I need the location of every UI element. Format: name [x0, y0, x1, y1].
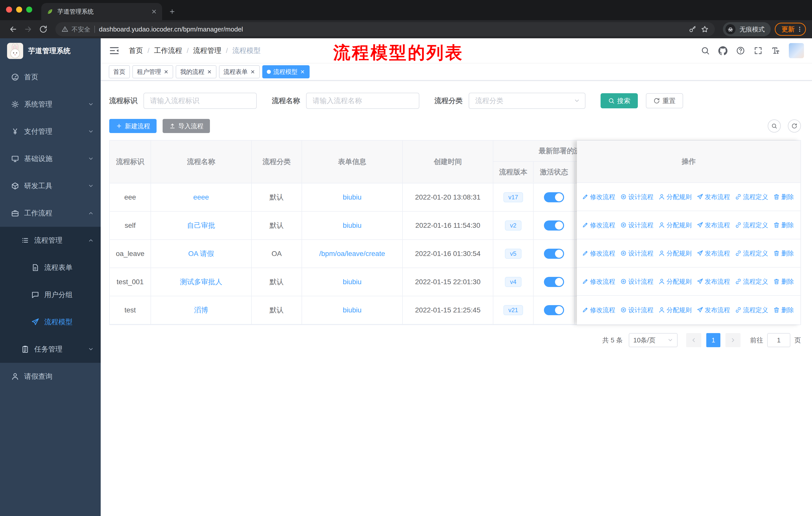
- window-close-button[interactable]: [6, 6, 12, 12]
- sidebar-item-process-form[interactable]: 流程表单: [0, 254, 101, 281]
- help-icon[interactable]: [736, 46, 745, 55]
- security-status[interactable]: 不安全: [61, 25, 90, 33]
- action-delete[interactable]: 删除: [773, 193, 794, 201]
- forward-button[interactable]: [21, 22, 35, 36]
- action-edit[interactable]: 修改流程: [582, 306, 615, 314]
- sidebar-item-leave-query[interactable]: 请假查询: [0, 363, 101, 390]
- sidebar-item-process-manage[interactable]: 流程管理: [0, 227, 101, 254]
- sidebar-item-dev-tools[interactable]: 研发工具: [0, 172, 101, 199]
- menu-dots-icon[interactable]: [796, 26, 803, 33]
- font-size-icon[interactable]: [771, 46, 780, 55]
- page-size-select[interactable]: 10条/页: [629, 333, 677, 347]
- form-link[interactable]: biubiu: [343, 306, 362, 314]
- action-design[interactable]: 设计流程: [620, 221, 654, 229]
- next-page-button[interactable]: [725, 333, 741, 347]
- action-user[interactable]: 分配规则: [659, 249, 692, 257]
- action-send[interactable]: 发布流程: [697, 306, 730, 314]
- reload-button[interactable]: [36, 22, 50, 36]
- action-delete[interactable]: 删除: [773, 249, 794, 257]
- process-category-select[interactable]: 流程分类: [469, 93, 585, 109]
- search-icon[interactable]: [701, 46, 710, 55]
- browser-tab[interactable]: 芋道管理系统: [41, 3, 162, 20]
- action-design[interactable]: 设计流程: [620, 277, 654, 286]
- sidebar-item-payment[interactable]: 支付管理: [0, 118, 101, 145]
- action-edit[interactable]: 修改流程: [582, 221, 615, 229]
- tag-home[interactable]: 首页: [109, 65, 130, 78]
- goto-page-input[interactable]: [767, 333, 790, 347]
- action-delete[interactable]: 删除: [773, 277, 794, 286]
- sidebar-fold-icon[interactable]: [109, 45, 120, 56]
- tag-process-form[interactable]: 流程表单: [219, 65, 260, 78]
- action-delete[interactable]: 删除: [773, 221, 794, 229]
- window-maximize-button[interactable]: [26, 6, 32, 12]
- bookmark-star-icon[interactable]: [701, 25, 709, 33]
- sidebar-item-user-group[interactable]: 用户分组: [0, 281, 101, 308]
- action-send[interactable]: 发布流程: [697, 193, 730, 201]
- form-link[interactable]: /bpm/oa/leave/create: [319, 250, 385, 258]
- fullscreen-icon[interactable]: [754, 46, 763, 55]
- back-button[interactable]: [6, 22, 20, 36]
- action-link[interactable]: 流程定义: [735, 306, 768, 314]
- sidebar-item-system[interactable]: 系统管理: [0, 91, 101, 118]
- action-design[interactable]: 设计流程: [620, 249, 654, 257]
- reset-button[interactable]: 重置: [646, 93, 683, 108]
- form-link[interactable]: biubiu: [343, 278, 362, 286]
- name-link[interactable]: 测试多审批人: [180, 277, 222, 287]
- user-avatar[interactable]: [789, 43, 804, 58]
- action-edit[interactable]: 修改流程: [582, 249, 615, 257]
- sidebar-item-process-model[interactable]: 流程模型: [0, 308, 101, 335]
- active-toggle[interactable]: [544, 192, 564, 202]
- action-edit[interactable]: 修改流程: [582, 277, 615, 286]
- action-user[interactable]: 分配规则: [659, 221, 692, 229]
- sidebar-item-task-manage[interactable]: 任务管理: [0, 335, 101, 363]
- active-toggle[interactable]: [544, 277, 564, 287]
- sidebar-item-workflow[interactable]: 工作流程: [0, 199, 101, 227]
- refresh-table-button[interactable]: [788, 119, 801, 133]
- search-button[interactable]: 搜索: [601, 93, 638, 108]
- action-design[interactable]: 设计流程: [620, 193, 654, 201]
- action-user[interactable]: 分配规则: [659, 277, 692, 286]
- process-key-input[interactable]: [143, 93, 257, 109]
- tab-close-icon[interactable]: [151, 8, 157, 15]
- action-delete[interactable]: 删除: [773, 306, 794, 314]
- prev-page-button[interactable]: [686, 333, 701, 347]
- github-icon[interactable]: [718, 46, 727, 55]
- form-link[interactable]: biubiu: [343, 193, 362, 201]
- active-toggle[interactable]: [544, 220, 564, 230]
- import-process-button[interactable]: 导入流程: [163, 119, 210, 133]
- name-link[interactable]: 滔博: [194, 305, 208, 315]
- action-user[interactable]: 分配规则: [659, 306, 692, 314]
- form-link[interactable]: biubiu: [343, 221, 362, 229]
- update-chrome-button[interactable]: 更新: [775, 23, 806, 36]
- active-toggle[interactable]: [544, 249, 564, 259]
- process-name-input[interactable]: [306, 93, 419, 109]
- sidebar-item-infrastructure[interactable]: 基础设施: [0, 145, 101, 172]
- name-link[interactable]: eeee: [193, 193, 209, 201]
- tag-process-model[interactable]: 流程模型: [262, 65, 310, 78]
- action-send[interactable]: 发布流程: [697, 249, 730, 257]
- action-link[interactable]: 流程定义: [735, 249, 768, 257]
- breadcrumb-item[interactable]: 工作流程: [154, 46, 182, 55]
- action-link[interactable]: 流程定义: [735, 277, 768, 286]
- action-link[interactable]: 流程定义: [735, 221, 768, 229]
- breadcrumb-item[interactable]: 流程管理: [193, 46, 222, 55]
- action-send[interactable]: 发布流程: [697, 221, 730, 229]
- window-minimize-button[interactable]: [16, 6, 22, 12]
- toggle-search-button[interactable]: [768, 119, 781, 133]
- action-user[interactable]: 分配规则: [659, 193, 692, 201]
- new-tab-button[interactable]: [165, 4, 179, 19]
- name-link[interactable]: OA 请假: [188, 249, 214, 259]
- action-send[interactable]: 发布流程: [697, 277, 730, 286]
- sidebar-item-home[interactable]: 首页: [0, 63, 101, 91]
- address-bar[interactable]: 不安全 dashboard.yudao.iocoder.cn/bpm/manag…: [55, 22, 715, 36]
- tag-my-process[interactable]: 我的流程: [176, 65, 216, 78]
- tag-tenant[interactable]: 租户管理: [133, 65, 173, 78]
- active-toggle[interactable]: [544, 305, 564, 315]
- action-edit[interactable]: 修改流程: [582, 193, 615, 201]
- action-design[interactable]: 设计流程: [620, 306, 654, 314]
- action-link[interactable]: 流程定义: [735, 193, 768, 201]
- page-number-current[interactable]: 1: [706, 333, 720, 347]
- name-link[interactable]: 自己审批: [187, 221, 215, 230]
- create-process-button[interactable]: 新建流程: [109, 119, 156, 133]
- breadcrumb-item[interactable]: 首页: [129, 46, 143, 55]
